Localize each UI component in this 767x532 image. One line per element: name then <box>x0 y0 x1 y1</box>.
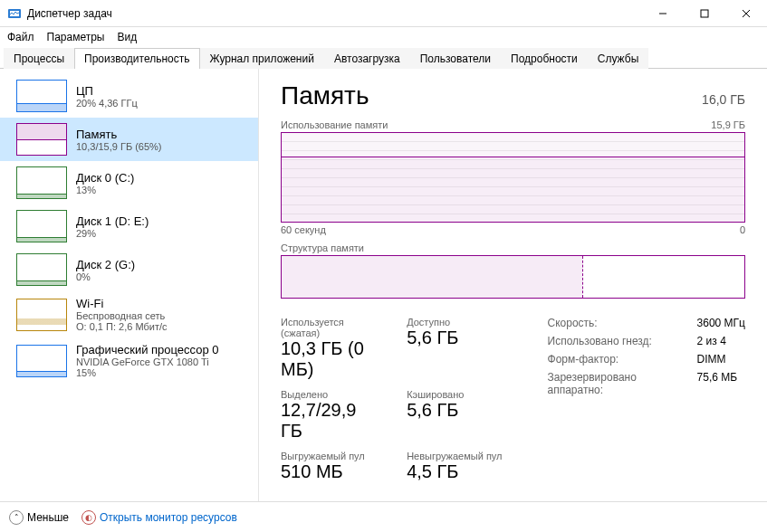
sidebar-item-disk1[interactable]: Диск 1 (D: E:) 29% <box>0 204 258 248</box>
stat-key: Невыгружаемый пул <box>407 451 502 461</box>
tab-startup[interactable]: Автозагрузка <box>324 48 410 69</box>
sidebar-item-label: Графический процессор 0 <box>76 343 219 356</box>
menu-view[interactable]: Вид <box>117 31 137 43</box>
menubar: Файл Параметры Вид <box>0 27 767 47</box>
sidebar-item-cpu[interactable]: ЦП 20% 4,36 ГГц <box>0 74 258 118</box>
menu-options[interactable]: Параметры <box>47 31 105 43</box>
svg-rect-3 <box>701 10 708 17</box>
tab-processes[interactable]: Процессы <box>4 48 74 69</box>
struct-label: Структура памяти <box>281 242 745 253</box>
detail-total: 16,0 ГБ <box>702 92 745 107</box>
stats-right: Скорость:3600 МГц Использовано гнезд:2 и… <box>548 317 745 482</box>
menu-file[interactable]: Файл <box>7 31 34 43</box>
tab-details[interactable]: Подробности <box>501 48 588 69</box>
stat-key: Использовано гнезд: <box>548 335 677 347</box>
sidebar-item-wifi[interactable]: Wi-Fi Беспроводная сеть О: 0,1 П: 2,6 Мб… <box>0 291 258 337</box>
open-resource-monitor-link[interactable]: ◐ Открыть монитор ресурсов <box>81 510 237 525</box>
usage-label: Использование памяти <box>281 119 388 130</box>
stat-val: 5,6 ГБ <box>407 400 502 421</box>
content: ЦП 20% 4,36 ГГц Память 10,3/15,9 ГБ (65%… <box>0 69 767 501</box>
sidebar-item-sub2: О: 0,1 П: 2,6 Мбит/с <box>76 321 168 332</box>
stat-key: Кэшировано <box>407 389 502 400</box>
sidebar-item-sub: 10,3/15,9 ГБ (65%) <box>76 141 162 152</box>
tab-users[interactable]: Пользователи <box>410 48 501 69</box>
time-right: 0 <box>740 224 745 235</box>
sidebar-item-memory[interactable]: Память 10,3/15,9 ГБ (65%) <box>0 118 258 161</box>
footer: ˄ Меньше ◐ Открыть монитор ресурсов <box>0 501 767 532</box>
gpu-thumb-icon <box>16 345 67 377</box>
maximize-button[interactable] <box>684 0 725 26</box>
disk-thumb-icon <box>16 210 67 242</box>
resmon-label: Открыть монитор ресурсов <box>100 511 237 524</box>
stats-left: Используется (сжатая)10,3 ГБ (0 МБ) Дост… <box>281 317 503 482</box>
sidebar-item-label: Диск 2 (G:) <box>76 258 135 271</box>
close-button[interactable] <box>725 0 767 26</box>
stat-key: Выделено <box>281 389 381 400</box>
app-icon <box>7 6 22 21</box>
sidebar-item-sub: 29% <box>76 228 149 239</box>
sidebar-item-label: ЦП <box>76 84 138 98</box>
detail-pane: Память 16,0 ГБ Использование памяти 15,9… <box>259 69 767 501</box>
stat-val: 510 МБ <box>281 461 381 482</box>
minimize-button[interactable] <box>642 0 684 26</box>
stat-val: 12,7/29,9 ГБ <box>281 400 381 442</box>
sidebar-item-label: Wi-Fi <box>76 297 168 310</box>
usage-max: 15,9 ГБ <box>711 119 745 130</box>
fewer-details-label: Меньше <box>27 511 69 524</box>
memory-composition-graph <box>281 255 745 299</box>
disk-thumb-icon <box>16 166 67 199</box>
stat-val: 2 из 4 <box>697 335 745 347</box>
sidebar-item-sub: 20% 4,36 ГГц <box>76 98 138 109</box>
sidebar-item-label: Память <box>76 128 162 141</box>
disk-thumb-icon <box>16 253 67 286</box>
memory-usage-graph <box>281 132 745 223</box>
stat-val: 75,6 МБ <box>697 371 745 396</box>
stat-key: Используется (сжатая) <box>281 317 381 338</box>
sidebar-item-label: Диск 1 (D: E:) <box>76 214 149 228</box>
detail-heading: Память <box>281 81 369 110</box>
window-controls <box>642 0 767 26</box>
stat-val: 10,3 ГБ (0 МБ) <box>281 338 381 380</box>
stat-key: Выгружаемый пул <box>281 451 381 461</box>
tab-performance[interactable]: Производительность <box>74 48 199 69</box>
stat-key: Доступно <box>407 317 502 328</box>
stat-val: 3600 МГц <box>697 317 745 329</box>
sidebar: ЦП 20% 4,36 ГГц Память 10,3/15,9 ГБ (65%… <box>0 69 259 501</box>
stat-key: Скорость: <box>548 317 677 329</box>
tab-apphistory[interactable]: Журнал приложений <box>200 48 324 69</box>
sidebar-item-disk2[interactable]: Диск 2 (G:) 0% <box>0 248 258 291</box>
sidebar-item-sub: 0% <box>76 271 135 282</box>
sidebar-item-sub: Беспроводная сеть <box>76 310 168 321</box>
sidebar-item-gpu[interactable]: Графический процессор 0 NVIDIA GeForce G… <box>0 337 258 384</box>
titlebar: Диспетчер задач <box>0 0 767 27</box>
time-left: 60 секунд <box>281 224 326 235</box>
stat-val: 5,6 ГБ <box>407 328 502 348</box>
resmon-icon: ◐ <box>81 510 96 525</box>
sidebar-item-sub: 13% <box>76 185 134 195</box>
stat-val: 4,5 ГБ <box>407 461 502 482</box>
sidebar-item-sub2: 15% <box>76 367 219 378</box>
cpu-thumb-icon <box>16 80 67 112</box>
tab-services[interactable]: Службы <box>588 48 648 69</box>
sidebar-item-disk0[interactable]: Диск 0 (C:) 13% <box>0 161 258 204</box>
chevron-up-icon: ˄ <box>9 510 24 525</box>
stat-key: Форм-фактор: <box>548 353 677 366</box>
window-title: Диспетчер задач <box>27 7 642 20</box>
sidebar-item-label: Диск 0 (C:) <box>76 171 134 185</box>
stat-val: DIMM <box>697 353 745 366</box>
fewer-details-button[interactable]: ˄ Меньше <box>9 510 69 525</box>
memory-thumb-icon <box>16 123 67 156</box>
sidebar-item-sub: NVIDIA GeForce GTX 1080 Ti <box>76 356 219 367</box>
net-thumb-icon <box>16 299 67 331</box>
stat-key: Зарезервировано аппаратно: <box>548 371 677 396</box>
tabbar: Процессы Производительность Журнал прило… <box>0 47 767 69</box>
